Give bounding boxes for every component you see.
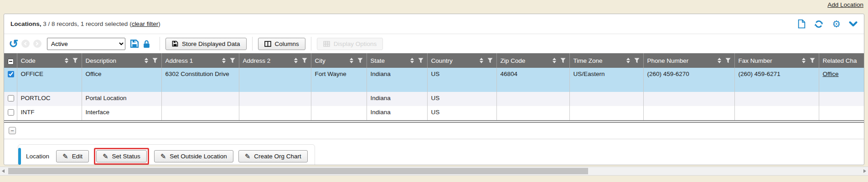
table-row-portloc[interactable]: PORTLOC Portal Location Indiana US [4,92,864,106]
cell-fax: (260) 459-6271 [734,68,819,92]
new-document-icon[interactable] [798,19,806,29]
sort-icon[interactable] [294,58,298,63]
clear-filter-link[interactable]: clear filter [132,20,159,27]
filter-icon[interactable] [418,58,424,63]
save-icon [172,40,178,47]
cell-address2 [239,92,311,106]
column-header-fax[interactable]: Fax Number [734,53,819,68]
previous-record-button[interactable] [21,40,30,48]
filter-icon[interactable] [152,58,158,63]
undo-icon[interactable]: ↺ [9,38,18,50]
lock-icon[interactable] [143,40,150,48]
chevron-down-icon[interactable] [849,21,858,27]
panel-header: Locations, 3 / 8 records, 1 record selec… [4,14,864,34]
collapse-row: − [4,123,864,139]
column-header-timezone[interactable]: Time Zone [569,53,643,68]
gear-icon[interactable]: ⚙ [832,19,841,29]
action-area: Location ✎ Edit ✎ Set Status ✎ Set Outsi… [4,139,864,165]
cell-zipcode [496,106,569,120]
row-checkbox[interactable] [8,109,14,116]
filter-icon[interactable] [810,58,815,63]
toolbar: ↺ Active Store Displayed Data Columns Di… [4,34,864,53]
cell-zipcode: 46804 [496,68,569,92]
related-chart-link[interactable]: Office [823,71,839,77]
refresh-icon[interactable] [814,19,824,29]
set-status-button[interactable]: ✎ Set Status [96,150,147,162]
cell-country: US [427,92,496,106]
locations-panel: Locations, 3 / 8 records, 1 record selec… [4,14,864,165]
table-header-row: Code Description Address 1 Address 2 Cit… [4,53,864,68]
annotation-highlight-box: ✎ Set Status [94,148,149,165]
sort-icon[interactable] [718,58,721,63]
filter-icon[interactable] [634,58,640,63]
table-row-office[interactable]: OFFICE Office 6302 Constitution Drive Fo… [4,68,864,92]
cell-country: US [427,68,496,92]
cell-state: Indiana [367,68,427,92]
panel-title-label: Locations, [10,20,41,27]
next-record-button[interactable] [33,40,41,48]
filter-icon[interactable] [230,58,235,63]
column-header-code[interactable]: Code [17,53,82,68]
save-filter-icon[interactable] [130,39,139,48]
cell-city [311,106,367,120]
cell-state: Indiana [367,106,427,120]
sort-icon[interactable] [553,58,556,63]
sort-icon[interactable] [222,58,226,63]
column-header-phone[interactable]: Phone Number [643,53,734,68]
scroll-left-arrow[interactable] [2,169,5,173]
add-location-link[interactable]: Add Location [827,1,863,8]
filter-icon[interactable] [725,58,731,63]
cell-country: US [427,106,496,120]
select-all-checkbox[interactable] [8,59,14,65]
row-checkbox[interactable] [8,95,14,101]
cell-related-chart [819,92,864,106]
pencil-icon: ✎ [160,153,166,160]
filter-icon[interactable] [302,58,307,63]
sort-icon[interactable] [410,58,414,63]
create-org-chart-button[interactable]: ✎ Create Org Chart [238,150,308,162]
cell-phone [643,106,734,120]
column-header-related-chart[interactable]: Related Cha [819,53,864,68]
cell-timezone: US/Eastern [569,68,643,92]
scroll-right-arrow[interactable] [863,169,866,173]
sort-icon[interactable] [145,58,148,63]
cell-address1: 6302 Constitution Drive [161,68,239,92]
sort-icon[interactable] [480,58,483,63]
sort-icon[interactable] [802,58,806,63]
scrollbar-thumb[interactable] [8,168,588,174]
table-row-intf[interactable]: INTF Interface Indiana US [4,106,864,120]
sort-icon[interactable] [350,58,353,63]
sort-icon[interactable] [65,58,68,63]
cell-zipcode [496,92,569,106]
column-header-address1[interactable]: Address 1 [161,53,239,68]
toolbar-separator [311,37,311,51]
edit-button[interactable]: ✎ Edit [56,150,89,162]
cell-fax [734,106,819,120]
columns-icon [264,41,271,47]
column-header-zipcode[interactable]: Zip Code [496,53,569,68]
column-header-country[interactable]: Country [427,53,496,68]
collapse-button[interactable]: − [9,127,16,134]
horizontal-scrollbar[interactable] [0,167,868,176]
cell-phone [643,92,734,106]
cell-code: OFFICE [17,68,82,92]
status-filter-select[interactable]: Active [47,38,125,50]
display-options-button[interactable]: Display Options [317,38,383,50]
column-header-city[interactable]: City [311,53,367,68]
action-group-label: Location [26,153,49,160]
row-checkbox[interactable] [8,71,14,77]
columns-button[interactable]: Columns [258,38,305,50]
cell-related-chart: Office [819,68,864,92]
filter-icon[interactable] [72,58,78,63]
locations-table: Code Description Address 1 Address 2 Cit… [4,53,864,120]
filter-icon[interactable] [487,58,493,63]
column-header-address2[interactable]: Address 2 [239,53,311,68]
sort-icon[interactable] [626,58,630,63]
column-header-description[interactable]: Description [82,53,161,68]
filter-icon[interactable] [357,58,363,63]
set-outside-location-button[interactable]: ✎ Set Outside Location [154,150,233,162]
store-displayed-data-button[interactable]: Store Displayed Data [165,38,247,50]
column-header-state[interactable]: State [367,53,427,68]
filter-icon[interactable] [560,58,566,63]
records-summary-close: ) [158,20,160,27]
